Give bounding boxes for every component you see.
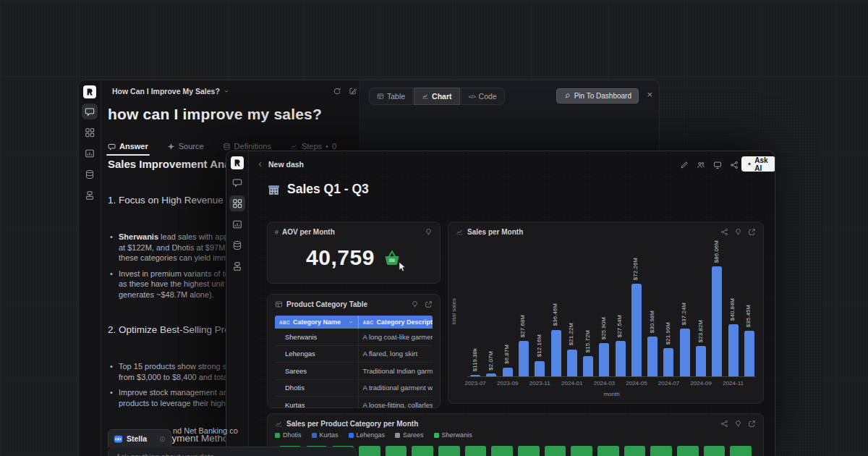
bar[interactable] <box>728 324 739 376</box>
stacked-bar[interactable] <box>359 446 380 456</box>
tab-definitions[interactable]: Definitions <box>223 142 271 151</box>
view-table-button[interactable]: Table <box>369 88 413 105</box>
tab-steps[interactable]: Steps • 0 <box>290 142 336 151</box>
table-row[interactable]: LehengasA flared, long skirt <box>275 346 433 363</box>
stacked-bar[interactable] <box>650 446 672 456</box>
lightbulb-icon[interactable] <box>411 300 419 308</box>
bar[interactable] <box>696 346 706 376</box>
sales-month-card[interactable]: Sales per Month total sales $119.38k2023… <box>448 221 764 404</box>
legend-label: Sherwanis <box>442 431 472 439</box>
external-link-icon[interactable] <box>425 300 433 308</box>
present-icon[interactable] <box>713 161 722 169</box>
sidebar-item-charts[interactable] <box>82 145 98 161</box>
column-category-name[interactable]: ABC Category Name <box>275 316 359 329</box>
bar[interactable] <box>486 373 496 376</box>
sidebar-item-dashboards[interactable] <box>82 124 98 140</box>
assistant-popover[interactable]: Stella <box>108 429 171 447</box>
bar[interactable] <box>744 331 754 376</box>
sidebar-item-connections[interactable] <box>229 258 245 274</box>
bar-value-label: $119.38k <box>472 348 478 371</box>
stacked-bar[interactable] <box>438 446 460 456</box>
stacked-bar[interactable] <box>571 446 592 456</box>
stacked-bar[interactable] <box>677 446 699 456</box>
refresh-icon[interactable] <box>333 87 341 96</box>
table-row[interactable]: SareesTraditional Indian garment for w <box>275 363 433 380</box>
tab-source[interactable]: Source <box>167 142 204 151</box>
bar[interactable] <box>503 368 513 376</box>
bar-value-label: $35.45M <box>745 305 752 327</box>
legend-item[interactable]: Dhotis <box>275 431 302 439</box>
view-chart-button[interactable]: Chart <box>414 88 459 105</box>
category-table-body: SherwanisA long coat-like garmentLehenga… <box>275 329 433 408</box>
bar[interactable] <box>599 343 609 376</box>
bar[interactable] <box>631 284 642 376</box>
tab-answer[interactable]: Answer <box>108 142 148 151</box>
stacked-bar[interactable] <box>704 446 726 456</box>
sidebar-item-dashboards[interactable] <box>229 195 245 211</box>
steps-icon <box>290 143 298 151</box>
share-icon[interactable] <box>720 420 728 428</box>
sidebar-item-connections[interactable] <box>82 187 98 203</box>
sidebar-item-data[interactable] <box>229 237 245 253</box>
bar[interactable] <box>663 348 673 376</box>
stacked-bar[interactable] <box>465 446 487 456</box>
stacked-bar[interactable] <box>624 446 646 456</box>
stacked-bar[interactable] <box>597 446 619 456</box>
bar[interactable] <box>535 361 545 376</box>
bar[interactable] <box>583 356 593 376</box>
chevron-down-icon[interactable] <box>348 319 354 325</box>
bar[interactable] <box>712 266 722 376</box>
lightbulb-icon[interactable] <box>425 228 433 236</box>
sidebar-item-chat[interactable] <box>229 174 245 190</box>
dashboard-title: Sales Q1 - Q3 <box>287 182 369 197</box>
external-link-icon[interactable] <box>748 420 756 428</box>
close-icon[interactable]: × <box>647 90 652 99</box>
grid-icon <box>232 198 242 208</box>
stacked-bar[interactable] <box>518 446 540 456</box>
collaborators-icon[interactable] <box>697 161 705 169</box>
legend-label: Dhotis <box>283 431 302 439</box>
legend-item[interactable]: Sherwanis <box>434 431 472 439</box>
bar[interactable] <box>647 337 658 376</box>
thread-title-dropdown[interactable]: How Can I Improve My Sales? <box>112 87 230 96</box>
lightbulb-icon[interactable] <box>734 420 742 428</box>
legend-item[interactable]: Kurtas <box>312 431 339 439</box>
cell-category-name: Lehengas <box>275 346 359 363</box>
stacked-bar[interactable] <box>412 446 433 456</box>
table-row[interactable]: SherwanisA long coat-like garment <box>275 329 433 346</box>
legend-item[interactable]: Sarees <box>395 431 424 439</box>
sales-month-title: Sales per Month <box>467 228 523 236</box>
stacked-bar[interactable] <box>730 446 752 456</box>
pin-to-dashboard-button[interactable]: Pin To Dashboard <box>556 88 639 104</box>
column-category-description[interactable]: ABC Category Description <box>359 316 433 329</box>
legend-item[interactable]: Lehengas <box>349 431 386 439</box>
bar[interactable] <box>680 329 690 376</box>
category-table-card[interactable]: Product Category Table ABC Category Name… <box>267 294 441 408</box>
table-row[interactable]: KurtasA loose-fitting, collarless garme <box>275 397 433 408</box>
back-to-dashboards[interactable]: New dash <box>257 160 304 169</box>
ask-ai-button[interactable]: Ask AI <box>741 156 775 172</box>
sidebar-item-charts[interactable] <box>229 216 245 232</box>
bar[interactable] <box>519 341 529 376</box>
edit-icon[interactable] <box>349 87 357 96</box>
share-icon[interactable] <box>730 161 739 169</box>
sidebar-item-chat[interactable] <box>82 104 98 119</box>
bar[interactable] <box>470 375 480 376</box>
table-row[interactable]: DhotisA traditional garment worn by m <box>275 380 433 397</box>
edit-pencil-icon[interactable] <box>680 161 689 169</box>
ask-data-input[interactable]: Ask anything about your data <box>108 447 357 456</box>
lightbulb-icon[interactable] <box>734 228 742 236</box>
bar[interactable] <box>567 350 577 376</box>
aov-card[interactable]: # AOV per Month 40,759 <box>267 221 441 284</box>
stacked-bar[interactable] <box>545 446 566 456</box>
bar[interactable] <box>551 330 561 376</box>
sidebar-item-data[interactable] <box>82 166 98 182</box>
app-logo-icon <box>83 85 96 98</box>
stacked-bar[interactable] <box>491 446 513 456</box>
info-icon[interactable] <box>159 436 166 442</box>
bar[interactable] <box>616 341 626 376</box>
view-code-button[interactable]: </> Code <box>461 88 505 105</box>
stacked-bar[interactable] <box>386 446 407 456</box>
share-icon[interactable] <box>720 228 728 236</box>
external-link-icon[interactable] <box>748 228 756 236</box>
